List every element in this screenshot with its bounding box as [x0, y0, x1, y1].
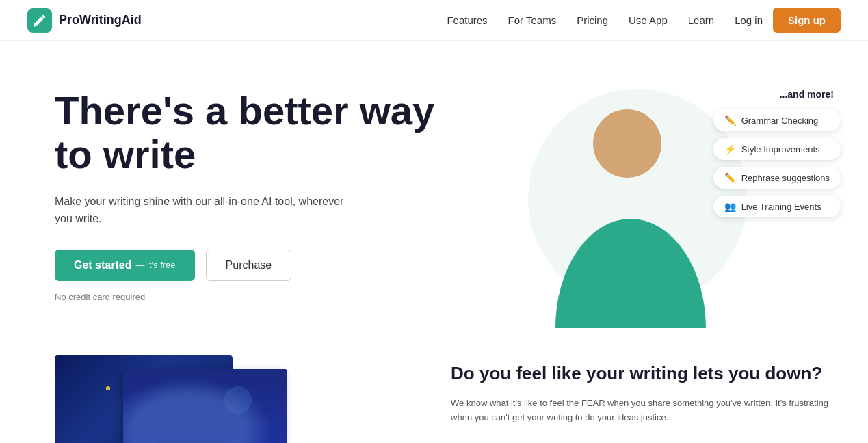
section2: My idea in my head Do you feel like your…	[0, 355, 868, 443]
get-started-free-label: — it's free	[135, 260, 175, 270]
get-started-label: Get started	[74, 259, 131, 271]
grammar-icon: ✏️	[724, 115, 736, 126]
logo-text: ProWritingAid	[59, 13, 142, 27]
nav-links: Features For Teams Pricing Use App Learn	[447, 14, 714, 26]
style-label: Style Improvements	[741, 144, 820, 155]
login-link[interactable]: Log in	[735, 14, 763, 26]
hero-buttons: Get started — it's free Purchase	[55, 250, 487, 281]
painting-area: My idea in my head	[55, 355, 396, 443]
hero-section: There's a better way to write Make your …	[0, 41, 868, 355]
nav-item-pricing[interactable]: Pricing	[577, 14, 608, 26]
no-credit-text: No credit card required	[55, 292, 487, 302]
rephrase-icon: ✏️	[724, 172, 736, 183]
logo[interactable]: ProWritingAid	[27, 8, 142, 33]
hero-left: There's a better way to write Make your …	[55, 82, 487, 302]
navbar: ProWritingAid Features For Teams Pricing…	[0, 0, 868, 41]
painting-front-inner	[123, 369, 287, 443]
training-label: Live Training Events	[741, 202, 821, 212]
nav-item-use-app[interactable]: Use App	[629, 14, 668, 26]
feature-pill-1: ⚡ Style Improvements	[713, 138, 841, 160]
section2-right: Do you feel like your writing lets you d…	[451, 355, 830, 425]
signup-button[interactable]: Sign up	[773, 8, 841, 33]
hero-right: ...and more! ✏️ Grammar Checking ⚡ Style…	[487, 82, 841, 328]
and-more-text: ...and more!	[780, 89, 834, 100]
feature-pill-2: ✏️ Rephrase suggestions	[713, 167, 841, 189]
painting-front	[123, 369, 287, 443]
purchase-button[interactable]: Purchase	[206, 250, 292, 281]
hero-title: There's a better way to write	[55, 89, 438, 176]
nav-item-features[interactable]: Features	[447, 14, 487, 26]
logo-icon	[27, 8, 52, 33]
nav-item-for-teams[interactable]: For Teams	[508, 14, 557, 26]
grammar-label: Grammar Checking	[741, 116, 819, 126]
hero-subtitle: Make your writing shine with our all-in-…	[55, 193, 349, 228]
feature-pills: ✏️ Grammar Checking ⚡ Style Improvements…	[713, 109, 841, 217]
training-icon: 👥	[724, 201, 736, 212]
style-icon: ⚡	[724, 144, 736, 155]
nav-item-learn[interactable]: Learn	[688, 14, 714, 26]
rephrase-label: Rephrase suggestions	[741, 173, 830, 183]
feature-pill-3: 👥 Live Training Events	[713, 196, 841, 217]
painting-stack: My idea in my head	[55, 355, 287, 443]
section2-title: Do you feel like your writing lets you d…	[451, 362, 830, 386]
nav-actions: Log in Sign up	[735, 8, 841, 33]
feature-pill-0: ✏️ Grammar Checking	[713, 109, 841, 131]
section2-text: We know what it's like to feel the FEAR …	[451, 397, 830, 425]
get-started-button[interactable]: Get started — it's free	[55, 250, 195, 281]
person-head	[593, 109, 661, 178]
person-illustration	[542, 96, 720, 328]
